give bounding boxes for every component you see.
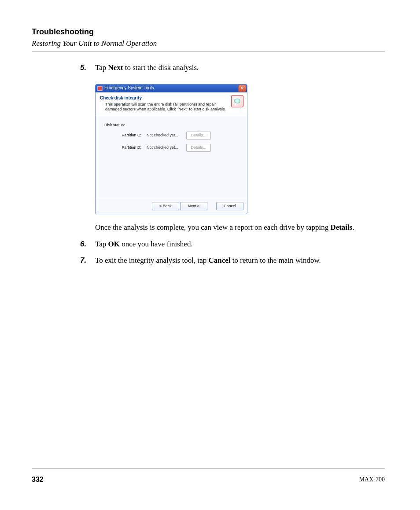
disk-warning-icon [231, 95, 243, 107]
step-text-bold: Cancel [209, 256, 231, 264]
step-text: Tap Next to start the disk analysis. [95, 62, 374, 73]
page-footer: 332 MAX-700 [32, 476, 385, 484]
dialog-screenshot: Emergency System Tools ✕ Check disk inte… [95, 84, 374, 214]
dialog-section-desc: This operation will scan the entire disk… [105, 102, 228, 112]
dialog-header: Check disk integrity This operation will… [96, 92, 247, 116]
step-text-bold: Next [108, 63, 123, 72]
followup-paragraph: Once the analysis is complete, you can v… [95, 222, 374, 233]
partition-status: Not checked yet... [144, 132, 186, 138]
disk-status-label: Disk status: [104, 122, 242, 128]
partition-row: Partition C: Not checked yet... Details.… [116, 132, 242, 139]
followup-bold: Details [330, 223, 352, 231]
close-button[interactable]: ✕ [238, 85, 246, 92]
step-text-before: Tap [95, 63, 108, 72]
app-icon [97, 86, 103, 91]
step-text: Tap OK once you have finished. [95, 239, 374, 250]
section-subheading: Restoring Your Unit to Normal Operation [32, 39, 385, 48]
step-text-after: to return to the main window. [231, 256, 321, 264]
step-6: 6. Tap OK once you have finished. [80, 239, 374, 250]
cancel-button[interactable]: Cancel [216, 202, 243, 210]
followup-before: Once the analysis is complete, you can v… [95, 223, 330, 231]
dialog-body: Disk status: Partition C: Not checked ye… [96, 116, 247, 199]
followup-after: . [352, 223, 354, 231]
step-number: 5. [80, 62, 95, 73]
emergency-system-tools-dialog: Emergency System Tools ✕ Check disk inte… [95, 84, 247, 214]
chapter-heading: Troubleshooting [32, 27, 385, 37]
step-7: 7. To exit the integrity analysis tool, … [80, 255, 374, 266]
partition-name: Partition D: [116, 145, 144, 150]
step-number: 6. [80, 239, 95, 250]
header-rule [32, 51, 385, 52]
partition-status: Not checked yet... [144, 145, 186, 150]
page-number: 332 [32, 476, 44, 484]
step-text-after: once you have finished. [120, 240, 193, 248]
step-5: 5. Tap Next to start the disk analysis. [80, 62, 374, 73]
partition-row: Partition D: Not checked yet... Details.… [116, 144, 242, 152]
step-text-after: to start the disk analysis. [123, 63, 199, 72]
close-icon: ✕ [240, 86, 244, 91]
step-text-bold: OK [108, 240, 120, 248]
details-button[interactable]: Details... [186, 144, 211, 152]
body-content: 5. Tap Next to start the disk analysis. … [80, 62, 374, 266]
step-text-before: Tap [95, 240, 108, 248]
document-page: Troubleshooting Restoring Your Unit to N… [0, 0, 420, 510]
partition-name: Partition C: [116, 132, 144, 138]
step-text: To exit the integrity analysis tool, tap… [95, 255, 374, 266]
footer-rule [32, 468, 385, 469]
next-button[interactable]: Next > [180, 202, 207, 210]
svg-rect-0 [98, 86, 102, 91]
dialog-footer: < Back Next > Cancel [96, 199, 247, 214]
dialog-title: Emergency System Tools [104, 85, 238, 92]
step-text-before: To exit the integrity analysis tool, tap [95, 256, 209, 264]
dialog-titlebar: Emergency System Tools ✕ [96, 84, 247, 92]
back-button[interactable]: < Back [152, 202, 179, 210]
product-model: MAX-700 [359, 476, 385, 483]
dialog-section-title: Check disk integrity [100, 95, 228, 102]
details-button[interactable]: Details... [186, 132, 211, 139]
step-number: 7. [80, 255, 95, 266]
